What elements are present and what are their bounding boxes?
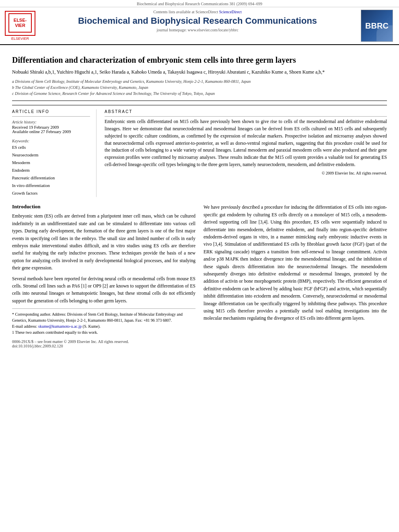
abstract-text: Embryonic stem cells differentiated on M… (105, 118, 387, 168)
intro-para-1: Embryonic stem (ES) cells are derived fr… (12, 212, 195, 271)
email-link[interactable]: skume@kumamoto-u.ac.jp (38, 324, 82, 329)
keyword-4: Endoderm (12, 167, 90, 175)
keywords-label: Keywords: (12, 139, 90, 143)
sciencedirect-anchor[interactable]: ScienceDirect (219, 10, 242, 14)
authors: Nobuaki Shiraki a,b,1, Yuichiro Higuchi … (12, 68, 387, 76)
footnote-2: 1 These two authors contributed equally … (12, 329, 195, 335)
keyword-2: Neuroectoderm (12, 152, 90, 159)
bbrc-logo: BBRC (361, 10, 393, 42)
article-info-abstract: ARTICLE INFO Article history: Received 1… (12, 105, 387, 197)
keyword-3: Mesoderm (12, 159, 90, 167)
journal-title: Biochemical and Biophysical Research Com… (40, 16, 355, 26)
keywords-list: ES cells Neuroectoderm Mesoderm Endoderm… (12, 144, 90, 197)
footnote-section: * Corresponding author. Address: Divisio… (12, 308, 195, 335)
footnote-1: * Corresponding author. Address: Divisio… (12, 311, 195, 323)
abstract-label: ABSTRACT (105, 109, 387, 114)
keyword-1: ES cells (12, 144, 90, 152)
intro-heading: Introduction (12, 203, 195, 210)
abstract-divider (105, 116, 387, 117)
history-label: Article history: (12, 120, 90, 124)
svg-text:ELSE-: ELSE- (14, 18, 27, 23)
journal-header: ELSE- VIER ELSEVIER Contents lists avail… (0, 7, 399, 45)
elsevier-name: ELSEVIER (11, 37, 29, 41)
available-date: Available online 27 February 2009 (12, 129, 90, 134)
article-info-label: ARTICLE INFO (12, 109, 90, 114)
journal-center: Contents lists available at ScienceDirec… (40, 10, 355, 42)
copyright: © 2009 Elsevier Inc. All rights reserved… (105, 171, 387, 175)
body-right-col: We have previously described a procedure… (204, 203, 387, 348)
keyword-7: Growth factors (12, 190, 90, 197)
affiliations: a Divisions of Stem Cell Biology, Instit… (12, 78, 387, 97)
header-divider (12, 101, 387, 101)
info-divider (12, 116, 90, 117)
journal-citation: Biochemical and Biophysical Research Com… (0, 0, 399, 7)
paper-title: Differentiation and characterization of … (12, 55, 387, 65)
elsevier-box: ELSE- VIER (5, 11, 35, 36)
affiliation-a: a Divisions of Stem Cell Biology, Instit… (12, 78, 387, 84)
abstract-panel: ABSTRACT Embryonic stem cells differenti… (105, 109, 387, 197)
affiliation-b: b The Global Center of Excellence (COE),… (12, 84, 387, 90)
intro-right-para: We have previously described a procedure… (204, 203, 387, 322)
body-left-col: Introduction Embryonic stem (ES) cells a… (12, 203, 195, 348)
svg-text:VIER: VIER (15, 23, 25, 28)
journal-logo-right: BBRC (359, 10, 395, 42)
body-text: Introduction Embryonic stem (ES) cells a… (12, 203, 387, 348)
journal-homepage: journal homepage: www.elsevier.com/locat… (40, 28, 355, 32)
keyword-6: In vitro differentiation (12, 182, 90, 190)
intro-para-2: Several methods have been reported for d… (12, 275, 195, 305)
affiliation-c: c Division of Genome Science, Research C… (12, 90, 387, 97)
article-info-panel: ARTICLE INFO Article history: Received 1… (12, 109, 97, 197)
bottom-bar: 0006-291X/$ – see front matter © 2009 El… (12, 339, 195, 348)
sciencedirect-link: Contents lists available at ScienceDirec… (40, 10, 355, 14)
main-content: Differentiation and characterization of … (0, 45, 399, 356)
keyword-5: Pancreatic differentiation (12, 175, 90, 182)
page: Biochemical and Biophysical Research Com… (0, 0, 399, 532)
footnote-email: E-mail address: skume@kumamoto-u.ac.jp (… (12, 323, 195, 329)
elsevier-logo: ELSE- VIER ELSEVIER (4, 10, 36, 42)
received-date: Received 19 February 2009 (12, 125, 90, 129)
